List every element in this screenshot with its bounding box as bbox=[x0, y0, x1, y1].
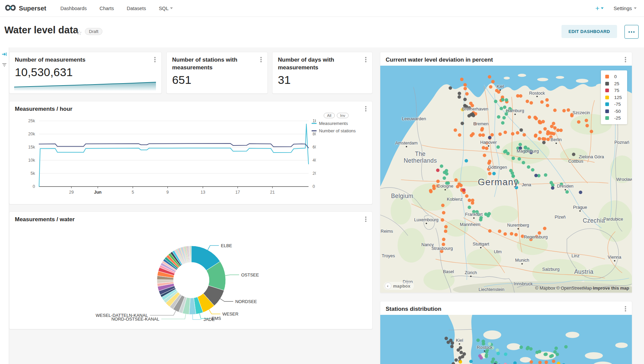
station-dot bbox=[538, 121, 541, 124]
station-dot bbox=[556, 129, 560, 132]
station-dot bbox=[491, 346, 494, 349]
legend-color-dash bbox=[312, 123, 317, 124]
chart-options-kebab-icon[interactable] bbox=[258, 56, 264, 63]
station-dot bbox=[518, 143, 522, 146]
station-dot bbox=[474, 122, 477, 125]
improve-map-link[interactable]: Improve this map bbox=[593, 286, 629, 291]
station-dot bbox=[549, 135, 552, 139]
station-dot bbox=[504, 131, 507, 134]
station-dot bbox=[562, 109, 566, 112]
station-dot bbox=[534, 174, 538, 177]
station-dot bbox=[491, 80, 494, 83]
map-legend-item: -25 bbox=[605, 115, 622, 121]
station-dot bbox=[516, 131, 519, 134]
donut-slice-label: WESEL-DATTELN-KANAL bbox=[96, 313, 148, 318]
station-dot bbox=[553, 108, 556, 112]
map-legend: 02575125-75-50-25 bbox=[601, 70, 627, 124]
station-dot bbox=[462, 188, 465, 192]
legend-item-measurements[interactable]: Measurements bbox=[312, 121, 371, 126]
station-dot bbox=[543, 137, 546, 141]
station-dot bbox=[538, 131, 542, 134]
station-dot bbox=[479, 218, 482, 221]
station-dot bbox=[460, 77, 463, 81]
nav-item-dashboards[interactable]: Dashboards bbox=[60, 6, 87, 11]
favorite-star-icon[interactable]: ☆ bbox=[76, 29, 82, 37]
station-dot bbox=[436, 179, 440, 183]
nav-item-datasets[interactable]: Datasets bbox=[127, 6, 146, 11]
station-dot bbox=[550, 354, 554, 357]
station-dot bbox=[468, 114, 471, 118]
settings-menu[interactable]: Settings bbox=[614, 5, 637, 11]
kpi-sparkline bbox=[14, 81, 156, 91]
station-dot bbox=[572, 153, 575, 156]
station-dot bbox=[482, 146, 485, 150]
legend-value-label: -50 bbox=[614, 109, 621, 114]
station-dot bbox=[486, 214, 490, 217]
station-dot bbox=[550, 125, 553, 128]
station-dot bbox=[480, 128, 484, 132]
nav-item-sql[interactable]: SQL bbox=[159, 6, 173, 11]
legend-value-label: 125 bbox=[614, 95, 622, 100]
station-dot bbox=[552, 122, 555, 125]
station-dot bbox=[496, 352, 500, 355]
station-dot bbox=[579, 191, 582, 194]
mapbox-attribution-link[interactable]: © Mapbox bbox=[535, 286, 555, 291]
station-dot bbox=[543, 127, 547, 130]
dashboard-more-button[interactable] bbox=[624, 25, 639, 39]
edit-dashboard-button[interactable]: EDIT DASHBOARD bbox=[561, 25, 617, 38]
legend-color-swatch bbox=[605, 109, 609, 113]
kpi-value: 10,530,631 bbox=[15, 66, 73, 79]
legend-value-label: -75 bbox=[614, 102, 621, 107]
station-dot bbox=[543, 227, 546, 230]
legend-item-number-of-stations[interactable]: Number of stations bbox=[312, 128, 371, 133]
station-dot bbox=[501, 121, 505, 125]
superset-brand[interactable]: Superset bbox=[5, 4, 46, 13]
station-dot bbox=[544, 173, 547, 176]
svg-text:21: 21 bbox=[270, 190, 275, 195]
expand-filter-bar-icon[interactable] bbox=[2, 52, 7, 58]
station-dot bbox=[440, 164, 443, 168]
station-dot bbox=[503, 105, 506, 109]
chart-options-kebab-icon[interactable] bbox=[363, 216, 369, 223]
station-dot bbox=[485, 350, 488, 354]
legend-select-all-button[interactable]: All bbox=[324, 113, 335, 118]
svg-text:400: 400 bbox=[313, 158, 316, 163]
svg-text:13: 13 bbox=[200, 190, 205, 195]
station-dot bbox=[445, 181, 449, 185]
station-dot bbox=[515, 186, 518, 189]
station-dot bbox=[501, 98, 505, 101]
stations-map[interactable]: KielRostock bbox=[380, 315, 632, 364]
station-dot bbox=[570, 114, 574, 117]
station-dot bbox=[429, 190, 432, 193]
station-dot bbox=[511, 171, 514, 175]
station-dot bbox=[553, 126, 556, 130]
legend-invert-button[interactable]: Inv bbox=[337, 113, 349, 118]
osm-attribution-link[interactable]: © OpenStreetMap bbox=[556, 286, 592, 291]
nav-item-charts[interactable]: Charts bbox=[100, 6, 114, 11]
chart-options-kebab-icon[interactable] bbox=[363, 105, 369, 112]
chart-card-stations-distribution-map: Stations distribution KielRostock bbox=[380, 301, 632, 364]
donut-slice-label: JADE bbox=[203, 317, 215, 322]
station-dot bbox=[436, 184, 439, 188]
station-dot bbox=[472, 210, 476, 213]
add-new-button[interactable]: + bbox=[595, 4, 604, 12]
chart-options-kebab-icon[interactable] bbox=[152, 56, 158, 63]
station-dot bbox=[442, 242, 445, 246]
mapbox-logo[interactable]: ◐ mapbox bbox=[384, 282, 414, 290]
chart-options-kebab-icon[interactable] bbox=[622, 56, 629, 63]
page-title: Water level data bbox=[4, 25, 78, 36]
chart-options-kebab-icon[interactable] bbox=[622, 305, 629, 312]
chart-options-kebab-icon[interactable] bbox=[363, 56, 369, 63]
deviation-map[interactable]: 02575125-75-50-25 ◐ mapbox © Mapbox © Op… bbox=[380, 66, 632, 293]
station-dot bbox=[559, 129, 562, 132]
station-dot bbox=[465, 92, 469, 95]
station-dot bbox=[567, 108, 570, 111]
filter-icon[interactable] bbox=[2, 62, 7, 69]
station-dot bbox=[458, 356, 461, 360]
chart-title: Number of measurements bbox=[15, 56, 86, 64]
station-dot bbox=[585, 119, 588, 122]
station-dot bbox=[538, 231, 541, 235]
station-dot bbox=[471, 104, 474, 107]
station-dot bbox=[472, 114, 475, 117]
station-dot bbox=[514, 233, 518, 236]
